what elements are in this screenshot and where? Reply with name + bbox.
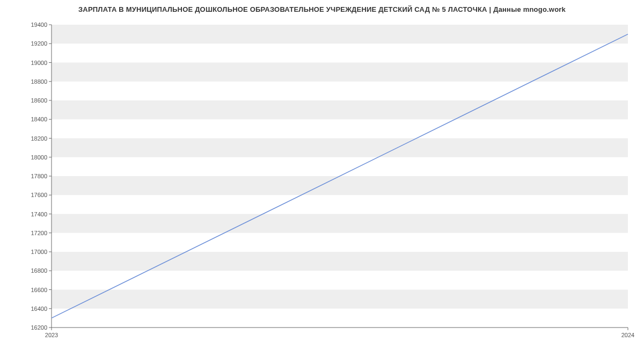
y-tick-label: 16400 xyxy=(31,306,47,312)
y-tick-label: 18200 xyxy=(31,135,47,142)
salary-line-chart: ЗАРПЛАТА В МУНИЦИПАЛЬНОЕ ДОШКОЛЬНОЕ ОБРА… xyxy=(0,0,644,349)
y-tick-label: 19200 xyxy=(31,40,47,47)
grid-band xyxy=(52,139,628,157)
y-tick-label: 17400 xyxy=(31,211,47,217)
y-tick-label: 18600 xyxy=(31,97,47,104)
grid-band xyxy=(52,63,628,82)
y-tick-label: 17000 xyxy=(31,249,47,255)
chart-title: ЗАРПЛАТА В МУНИЦИПАЛЬНОЕ ДОШКОЛЬНОЕ ОБРА… xyxy=(0,5,644,13)
grid-band xyxy=(52,290,628,309)
y-tick-label: 17600 xyxy=(31,192,47,198)
plot-area: 1620016400166001680017000172001740017600… xyxy=(48,21,633,328)
grid-band xyxy=(52,214,628,233)
grid-band xyxy=(52,100,628,119)
y-tick-label: 18400 xyxy=(31,116,47,122)
grid-band xyxy=(52,25,628,43)
y-tick-label: 17800 xyxy=(31,173,47,179)
y-tick-label: 16600 xyxy=(31,287,47,293)
grid-band xyxy=(52,252,628,271)
y-tick-label: 18800 xyxy=(31,78,47,85)
x-tick-label: 2024 xyxy=(621,332,634,338)
y-tick-label: 17200 xyxy=(31,230,47,236)
y-tick-label: 19400 xyxy=(31,21,47,28)
y-tick-label: 16800 xyxy=(31,267,47,274)
grid-band xyxy=(52,176,628,195)
y-tick-label: 18000 xyxy=(31,154,47,161)
chart-svg: 1620016400166001680017000172001740017600… xyxy=(48,21,633,344)
y-tick-label: 16200 xyxy=(31,324,47,331)
y-tick-label: 19000 xyxy=(31,60,47,66)
x-tick-label: 2023 xyxy=(45,332,58,338)
